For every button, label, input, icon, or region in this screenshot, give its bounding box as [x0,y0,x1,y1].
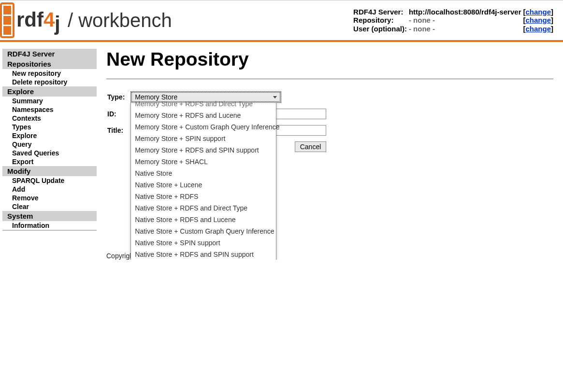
sidebar-header: RDF4J Server [2,49,97,59]
type-option[interactable]: Native Store + RDFS and SPIN support [131,249,276,260]
type-label: Type: [107,89,130,105]
sidebar-item[interactable]: Contexts [2,114,97,123]
sidebar-item[interactable]: New repository [2,69,97,78]
cancel-button[interactable]: Cancel [295,141,327,152]
sidebar-item[interactable]: Export [2,157,97,166]
svg-text:4: 4 [43,8,55,31]
sidebar-item[interactable]: Remove [2,194,97,202]
svg-rect-2 [3,16,11,25]
type-option[interactable]: Native Store + RDFS [131,191,276,202]
change-server-link[interactable]: change [525,8,551,16]
type-option[interactable]: Memory Store + Custom Graph Query Infere… [131,121,276,133]
sidebar-item[interactable]: SPARQL Update [2,176,97,185]
server-info-row: User (optional): - none - [change] [352,25,554,33]
sidebar: RDF4J ServerRepositoriesNew repositoryDe… [2,49,97,231]
id-label: ID: [107,106,130,122]
sidebar-item[interactable]: Delete repository [2,78,97,86]
server-info-label: User (optional): [352,25,408,33]
server-info-label: Repository: [352,16,408,24]
sidebar-item[interactable]: Explore [2,131,97,140]
main-content: New Repository Type: Memory Store Memory… [106,49,563,260]
type-option[interactable]: Native Store + Lucene [131,179,276,191]
rdf4j-logo-icon: rdf 4 j [0,1,63,39]
type-option[interactable]: Memory Store + RDFS and Direct Type [131,98,276,110]
sidebar-header: Modify [2,166,97,176]
svg-rect-1 [3,6,11,14]
server-info-row: RDF4J Server: http://localhost:8080/rdf4… [352,8,554,16]
type-option[interactable]: Native Store + Custom Graph Query Infere… [131,225,276,237]
type-option[interactable]: Memory Store + RDFS and Lucene [131,110,276,121]
divider [106,79,553,79]
sidebar-item[interactable]: Summary [2,97,97,105]
sidebar-item[interactable]: Add [2,185,97,194]
change-repo-link[interactable]: change [525,16,551,24]
svg-rect-3 [3,26,11,35]
sidebar-item[interactable]: Clear [2,202,97,211]
sidebar-header: System [2,211,97,221]
server-info: RDF4J Server: http://localhost:8080/rdf4… [352,8,554,33]
type-option[interactable]: Native Store + RDFS and Lucene [131,214,276,225]
sidebar-item[interactable]: Saved Queries [2,149,97,157]
change-user-link[interactable]: change [525,25,551,33]
type-option[interactable]: Native Store [131,168,276,179]
type-option[interactable]: Memory Store + RDFS and SPIN support [131,144,276,156]
svg-text:j: j [54,12,60,35]
sidebar-header: Repositories [2,59,97,69]
workbench-label: / workbench [68,10,172,31]
type-option[interactable]: Memory Store + SPIN support [131,133,276,144]
type-option[interactable]: Memory Store + SHACL [131,156,276,168]
sidebar-header: Explore [2,86,97,97]
svg-text:rdf: rdf [16,8,44,31]
sidebar-item[interactable]: Information [2,221,97,230]
sidebar-item[interactable]: Namespaces [2,105,97,114]
header: rdf 4 j / workbench RDF4J Server: http:/… [0,0,563,42]
server-info-value: http://localhost:8080/rdf4j-server [408,8,522,16]
server-info-label: RDF4J Server: [352,8,408,16]
page-title: New Repository [106,49,553,70]
logo: rdf 4 j / workbench [0,1,172,39]
server-info-value: - none - [408,16,522,24]
sidebar-item[interactable]: Types [2,123,97,131]
server-info-row: Repository: - none - [change] [352,16,554,24]
new-repo-form: Type: Memory Store Memory Store + RDFS a… [106,88,330,155]
sidebar-item[interactable]: Query [2,140,97,149]
type-option[interactable]: Native Store + SPIN support [131,237,276,249]
title-label: Title: [107,123,130,138]
type-option[interactable]: Native Store + RDFS and Direct Type [131,202,276,214]
server-info-value: - none - [408,25,522,33]
type-select-wrapper: Memory Store Memory Store + RDFS and Dir… [130,91,281,103]
type-dropdown[interactable]: Memory Store + RDFS and Direct TypeMemor… [130,102,276,260]
